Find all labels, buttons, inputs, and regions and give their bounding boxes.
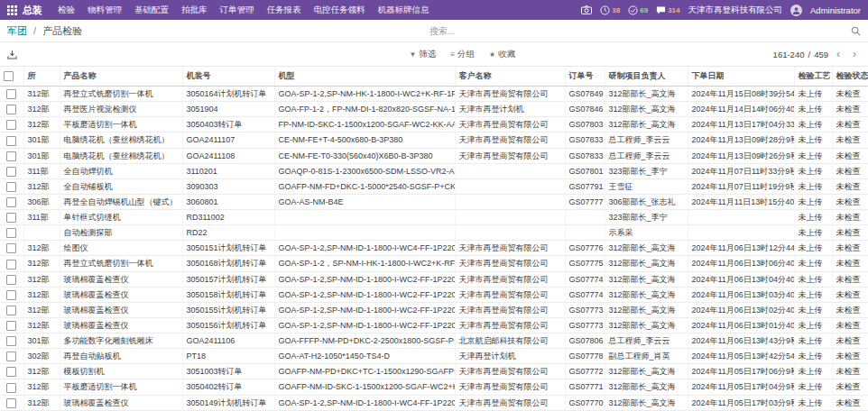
column-header-process[interactable]: 检验工艺: [794, 67, 832, 87]
cell-process[interactable]: 未上传: [794, 241, 832, 256]
row-select-cell[interactable]: [0, 271, 23, 287]
cell-dept[interactable]: 312部: [23, 317, 60, 333]
row-checkbox[interactable]: [6, 243, 16, 253]
table-row[interactable]: 301部电脑绣花机（蚕丝棉绣花机）GOA2411107CE-NM-FE+T-4-…: [0, 132, 868, 148]
chat-icon[interactable]: 314: [656, 5, 679, 15]
cell-status[interactable]: 未检查: [832, 87, 868, 102]
row-select-cell[interactable]: [0, 132, 23, 148]
cell-process[interactable]: 未上传: [794, 163, 832, 178]
cell-product[interactable]: 全自动铺板机: [60, 178, 182, 194]
select-all-header[interactable]: [0, 67, 23, 87]
cell-process[interactable]: 未上传: [794, 194, 832, 209]
cell-model[interactable]: GOA-AS-NM-B4E: [274, 194, 455, 209]
cell-owner[interactable]: 总工程师_李云云: [605, 148, 688, 163]
cell-order-no[interactable]: GS07775: [565, 256, 605, 271]
cell-machine-no[interactable]: 3050155计划机转订单: [182, 302, 274, 317]
cell-machine-no[interactable]: 3050157计划机转订单: [182, 271, 274, 287]
cell-owner[interactable]: 312部部长_高文海: [605, 395, 688, 410]
cell-dept[interactable]: 312部: [23, 379, 60, 395]
cell-order-date[interactable]: [688, 210, 794, 225]
cell-owner[interactable]: 312部部长_高文海: [605, 302, 688, 317]
cell-product[interactable]: 多功能数字化雕刻铣雕床: [60, 333, 182, 349]
cell-dept[interactable]: [23, 225, 60, 241]
cell-product[interactable]: 电脑绣花机（蚕丝棉绣花机）: [60, 148, 182, 163]
cell-order-date[interactable]: 2024年11月06日13时04分40秒: [688, 271, 794, 287]
cell-product[interactable]: 模板切割机: [60, 364, 182, 379]
cell-dept[interactable]: 311部: [23, 210, 60, 225]
row-checkbox[interactable]: [6, 398, 16, 408]
column-header-product[interactable]: 产品名称: [60, 67, 182, 87]
cell-model[interactable]: GOA-FP-1-2，FP-NM-DI-1-820x820-SGSF-NA-1P…: [274, 102, 455, 117]
table-row[interactable]: 312部绘图仪3050151计划机转订单GOA-SP-1-2,SP-NM-ID-…: [0, 241, 868, 256]
cell-status[interactable]: 未检查: [832, 210, 868, 225]
cell-status[interactable]: 未检查: [832, 395, 868, 410]
cell-owner[interactable]: 312部部长_高文海: [605, 364, 688, 379]
row-checkbox[interactable]: [6, 260, 16, 269]
cell-dept[interactable]: 312部: [23, 287, 60, 302]
cell-status[interactable]: 未检查: [832, 163, 868, 178]
cell-order-no[interactable]: GS07833: [565, 148, 605, 163]
cell-dept[interactable]: 312部: [23, 102, 60, 117]
cell-status[interactable]: 未检查: [832, 225, 868, 241]
table-row[interactable]: 301部电脑绣花机（蚕丝棉绣花机）GOA2411108CE-NM-FE-T0-3…: [0, 148, 868, 163]
table-row[interactable]: 312部再登立式铣磨切割一体机3050168计划机转订单GOA-SP-1-2，S…: [0, 256, 868, 271]
row-select-cell[interactable]: [0, 148, 23, 163]
cell-machine-no[interactable]: 3050168计划机转订单: [182, 256, 274, 271]
cell-machine-no[interactable]: 3051904: [182, 102, 274, 117]
cell-process[interactable]: 未上传: [794, 225, 832, 241]
cell-machine-no[interactable]: GOA2411107: [182, 132, 274, 148]
column-header-model[interactable]: 机型: [274, 67, 455, 87]
column-header-order-date[interactable]: 下单日期: [688, 67, 794, 87]
cell-owner[interactable]: 副总工程师_肖英: [605, 349, 688, 364]
cell-machine-no[interactable]: 3050158计划机转订单: [182, 287, 274, 302]
cell-machine-no[interactable]: 3050156计划机转订单: [182, 317, 274, 333]
row-select-cell[interactable]: [0, 333, 23, 349]
cell-order-date[interactable]: 2024年11月05日13时42分54秒: [688, 349, 794, 364]
cell-machine-no[interactable]: 3090303: [182, 178, 274, 194]
cell-customer[interactable]: 天津市再登商贸有限公司: [455, 395, 565, 410]
cell-machine-no[interactable]: 3110201: [182, 163, 274, 178]
cell-customer[interactable]: 天津市再登商贸有限公司: [455, 256, 565, 271]
cell-status[interactable]: 未检查: [832, 132, 868, 148]
table-row[interactable]: 301部多功能数字化雕刻铣雕床GOA2411106GOA-FFFP-NM-PD+…: [0, 333, 868, 349]
cell-model[interactable]: FP-NM-ID-SKC-1-1500x1200-SGAF-WC2-KK-AA-…: [274, 117, 455, 132]
cell-status[interactable]: 未检查: [832, 148, 868, 163]
cell-order-date[interactable]: 2024年11月13日09时26分9秒: [688, 148, 794, 163]
row-checkbox[interactable]: [6, 352, 16, 361]
cell-machine-no[interactable]: 3050151计划机转订单: [182, 241, 274, 256]
row-checkbox[interactable]: [6, 306, 16, 315]
column-header-machine-no[interactable]: 机装号: [182, 67, 274, 87]
cell-model[interactable]: GOA-SP-1-2,SP-NM-ID-1-1800-I-WC2-FF-1P22…: [274, 287, 455, 302]
table-row[interactable]: 312部玻璃棉覆盖检查仪3050157计划机转订单GOA-SP-1-2,SP-N…: [0, 271, 868, 287]
cell-process[interactable]: 未上传: [794, 256, 832, 271]
apps-menu-icon[interactable]: [7, 5, 17, 15]
cell-order-no[interactable]: [565, 225, 605, 241]
cell-product[interactable]: 玻璃棉覆盖检查仪: [60, 302, 182, 317]
cell-status[interactable]: 未检查: [832, 178, 868, 194]
cell-dept[interactable]: 312部: [23, 395, 60, 410]
menu-item[interactable]: 任务报表: [261, 5, 308, 16]
cell-dept[interactable]: 301部: [23, 148, 60, 163]
cell-order-no[interactable]: GS07770: [565, 395, 605, 410]
cell-product[interactable]: 平板磨适切割一体机: [60, 117, 182, 132]
cell-status[interactable]: 未检查: [832, 317, 868, 333]
cell-status[interactable]: 未检查: [832, 194, 868, 209]
cell-machine-no[interactable]: 3050402转订单: [182, 379, 274, 395]
cell-owner[interactable]: 323部部长_李宁: [605, 163, 688, 178]
table-row[interactable]: 312部再登医片视觉检测仪3051904GOA-FP-1-2，FP-NM-DI-…: [0, 102, 868, 117]
cell-dept[interactable]: 301部: [23, 132, 60, 148]
table-row[interactable]: 312部玻璃棉覆盖检查仪3050156计划机转订单GOA-SP-1-2,SP-N…: [0, 317, 868, 333]
activities-button[interactable]: 38: [600, 5, 620, 15]
menu-item[interactable]: 基础配置: [128, 5, 175, 16]
table-row[interactable]: 312部全自动铺板机3090303GOAFP-NM-FD+DKC-1-5000*…: [0, 178, 868, 194]
row-select-cell[interactable]: [0, 225, 23, 241]
cell-product[interactable]: 玻璃棉覆盖检查仪: [60, 317, 182, 333]
cell-status[interactable]: 未检查: [832, 302, 868, 317]
cell-process[interactable]: 未上传: [794, 148, 832, 163]
cell-dept[interactable]: 312部: [23, 241, 60, 256]
cell-machine-no[interactable]: PT18: [182, 349, 274, 364]
row-select-cell[interactable]: [0, 287, 23, 302]
row-select-cell[interactable]: [0, 241, 23, 256]
cell-customer[interactable]: [455, 163, 565, 178]
cell-model[interactable]: GOAQP-0-81S-1-2300x6500-SDM-LSSO-VR2-ASC…: [274, 163, 455, 178]
